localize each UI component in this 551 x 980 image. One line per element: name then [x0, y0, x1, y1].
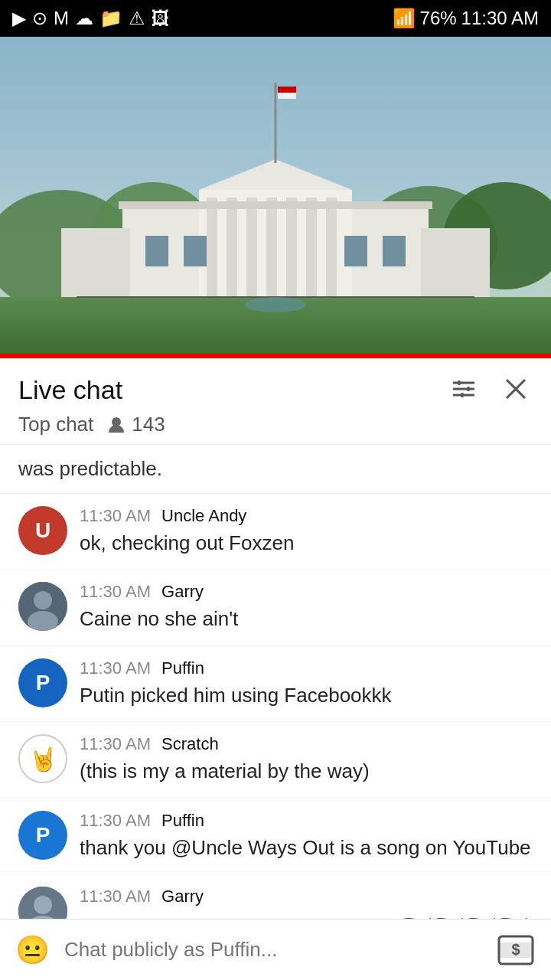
message-content: 11:30 AM Scratch (this is my a material …	[80, 734, 533, 785]
message-meta: 11:30 AM Garry	[80, 582, 533, 602]
svg-rect-11	[246, 198, 257, 297]
close-button[interactable]	[499, 372, 533, 408]
avatar: P	[18, 658, 67, 707]
status-bar: ▶ ⊙ M ☁ 📁 ⚠ 🖼 📶 76% 11:30 AM	[0, 0, 551, 37]
svg-rect-18	[119, 201, 432, 209]
file-icon: 📁	[99, 8, 122, 29]
filter-icon	[450, 375, 478, 403]
avatar: 🤘	[18, 734, 67, 783]
message-content: 11:30 AM Uncle Andy ok, checking out Fox…	[80, 506, 533, 557]
white-house-image	[0, 37, 551, 358]
video-player[interactable]	[0, 37, 551, 358]
svg-rect-20	[184, 236, 207, 266]
table-row: P 11:30 AM Puffin thank you @Uncle Ways …	[0, 799, 551, 874]
avatar-image	[18, 582, 67, 631]
svg-rect-12	[266, 198, 277, 297]
svg-rect-15	[326, 198, 337, 297]
avatar: U	[18, 506, 67, 555]
viewer-icon	[106, 414, 127, 436]
red-accent-bar	[0, 354, 551, 358]
message-text: Putin picked him using Facebookkk	[80, 681, 533, 709]
message-meta: 11:30 AM Scratch	[80, 734, 533, 754]
message-meta: 11:30 AM Puffin	[80, 811, 533, 831]
svg-rect-22	[383, 236, 406, 266]
time-text: 11:30 AM	[461, 8, 539, 29]
avatar	[18, 582, 67, 631]
message-text: Caine no she ain't	[80, 605, 533, 632]
svg-point-39	[34, 591, 52, 609]
message-text: thank you @Uncle Ways Out is a song on Y…	[80, 834, 533, 861]
truncated-message: was predictable.	[0, 445, 551, 494]
svg-rect-26	[278, 93, 296, 99]
svg-rect-10	[227, 198, 237, 297]
header-actions	[447, 372, 533, 408]
svg-point-42	[34, 896, 52, 914]
viewer-count: 143	[106, 413, 165, 436]
table-row: U 11:30 AM Uncle Andy ok, checking out F…	[0, 494, 551, 570]
live-chat-title: Live chat	[18, 375, 122, 405]
cloud-icon: ☁	[75, 8, 93, 29]
chat-input-bar: 😐 $	[0, 919, 551, 980]
superchat-button[interactable]: $	[493, 930, 539, 970]
avatar: P	[18, 811, 67, 860]
youtube-icon: ▶	[12, 8, 26, 29]
chat-messages-container: was predictable. U 11:30 AM Uncle Andy o…	[0, 445, 551, 980]
table-row: 11:30 AM Garry Caine no she ain't	[0, 570, 551, 645]
message-content: 11:30 AM Puffin thank you @Uncle Ways Ou…	[80, 811, 533, 861]
table-row: P 11:30 AM Puffin Putin picked him using…	[0, 646, 551, 722]
filter-button[interactable]	[447, 372, 481, 408]
app-icon-3: M	[54, 8, 69, 29]
message-meta: 11:30 AM Garry	[80, 887, 533, 906]
superchat-icon: $	[496, 930, 536, 970]
close-icon	[502, 375, 530, 403]
table-row: 🤘 11:30 AM Scratch (this is my a materia…	[0, 722, 551, 798]
alert-icon: ⚠	[129, 8, 145, 29]
svg-rect-14	[306, 198, 317, 297]
svg-rect-9	[207, 198, 217, 297]
message-text: (this is my a material by the way)	[80, 757, 533, 785]
emoji-button[interactable]: 😐	[12, 930, 52, 970]
status-icons: ▶ ⊙ M ☁ 📁 ⚠ 🖼	[12, 8, 170, 29]
app-icon-2: ⊙	[32, 8, 47, 29]
status-right: 📶 76% 11:30 AM	[393, 8, 539, 29]
svg-rect-19	[145, 236, 168, 266]
message-meta: 11:30 AM Puffin	[80, 658, 533, 678]
svg-text:$: $	[511, 941, 520, 958]
message-content: 11:30 AM Puffin Putin picked him using F…	[80, 658, 533, 709]
message-meta: 11:30 AM Uncle Andy	[80, 506, 533, 526]
svg-rect-16	[61, 228, 130, 297]
wifi-icon: 📶	[393, 8, 416, 29]
svg-point-28	[245, 297, 306, 312]
svg-rect-21	[344, 236, 367, 266]
image-icon: 🖼	[152, 8, 170, 29]
svg-rect-13	[286, 198, 297, 297]
svg-rect-25	[278, 87, 296, 93]
viewer-count-text: 143	[132, 413, 165, 436]
chat-header: Live chat Top chat	[0, 358, 551, 445]
video-thumbnail	[0, 37, 551, 358]
svg-rect-17	[421, 228, 490, 297]
battery-text: 76%	[420, 8, 457, 29]
message-text: ok, checking out Foxzen	[80, 529, 533, 557]
chat-input[interactable]	[64, 930, 481, 970]
message-content: 11:30 AM Garry Caine no she ain't	[80, 582, 533, 632]
top-chat-label[interactable]: Top chat	[18, 413, 93, 436]
